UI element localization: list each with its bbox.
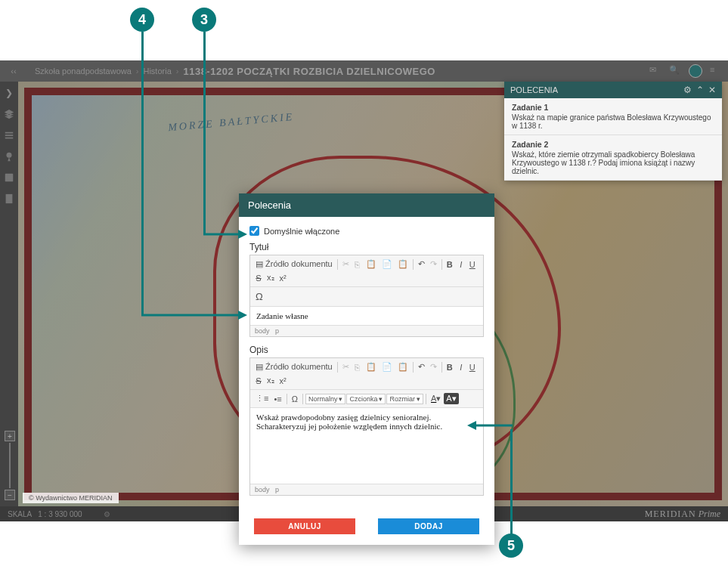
cancel-button[interactable]: ANULUJ [254, 518, 355, 534]
underline-icon[interactable]: U [467, 258, 478, 271]
close-icon[interactable]: ✕ [708, 85, 716, 95]
superscript-icon[interactable]: x² [277, 272, 289, 284]
svg-marker-4 [467, 421, 476, 430]
title-input[interactable]: Zadanie własne [250, 307, 483, 325]
paste-word-icon[interactable]: 📋 [395, 360, 410, 373]
copyright-label: © Wydawnictwo MERIDIAN [23, 493, 119, 503]
doc-icon[interactable] [4, 193, 14, 204]
undo-icon[interactable]: ↶ [416, 258, 427, 271]
numlist-icon[interactable]: ⋮≡ [253, 392, 271, 405]
zoom-out-button[interactable]: − [5, 490, 15, 500]
textcolor-icon[interactable]: A▾ [429, 392, 443, 405]
task-item[interactable]: Zadanie 1 Wskaż na mapie granice państwa… [504, 98, 722, 135]
editor-path: body p [250, 325, 483, 336]
callout-5: 5 [499, 534, 523, 558]
zoom-in-button[interactable]: + [5, 431, 15, 441]
paste-icon[interactable]: 📋 [364, 258, 379, 271]
chevron-right-icon: › [176, 66, 179, 76]
redo-icon[interactable]: ↷ [428, 360, 439, 373]
bold-icon[interactable]: B [445, 258, 455, 271]
size-dropdown[interactable]: Rozmiar ▾ [386, 394, 423, 404]
cut-icon[interactable]: ✂ [340, 258, 352, 271]
gear-icon[interactable]: ⚙ [683, 85, 692, 95]
scale-value: 1 : 3 930 000 [38, 510, 82, 518]
search-icon[interactable]: 🔍 [669, 65, 681, 77]
strike-icon[interactable]: S [253, 272, 264, 284]
editor-toolbar-row2: Ω [250, 287, 483, 307]
subscript-icon[interactable]: x₂ [265, 271, 277, 284]
desc-input[interactable]: Wskaż prawdopodobny zasięg dzielnicy sen… [250, 408, 483, 484]
subscript-icon[interactable]: x₂ [265, 374, 277, 387]
source-button[interactable]: ▤ Źródło dokumentu [253, 360, 335, 373]
paste-word-icon[interactable]: 📋 [395, 258, 410, 271]
back-icon[interactable]: ‹‹ [6, 63, 21, 79]
add-button[interactable]: DODAJ [378, 518, 479, 534]
editor-path: body p [250, 484, 483, 495]
chevron-right-icon: › [136, 66, 139, 76]
breadcrumb-current: 1138-1202 POCZĄTKI ROZBICIA DZIELNICOWEG… [183, 66, 435, 77]
undo-icon[interactable]: ↶ [416, 360, 427, 373]
menu-icon[interactable]: ≡ [710, 65, 722, 77]
title-field-label: Tytuł [249, 242, 484, 252]
editor-toolbar-row2: ⋮≡ •≡ Ω Normalny ▾ Czcionka ▾ Rozmiar ▾ … [250, 390, 483, 408]
checkbox-label: Domyślnie włączone [264, 227, 339, 236]
task-body: Wskaż na mapie granice państwa Bolesława… [512, 113, 714, 130]
callout-3: 3 [192, 8, 216, 32]
svg-marker-1 [238, 311, 247, 320]
collapse-icon[interactable]: ⌃ [696, 85, 704, 95]
brand-prime: Prime [699, 509, 720, 519]
editor-toolbar: ▤ Źródło dokumentu ✂ ⎘ 📋 📄 📋 ↶ ↷ B I U S… [250, 255, 483, 287]
italic-icon[interactable]: I [456, 361, 466, 373]
italic-icon[interactable]: I [456, 258, 466, 271]
modal-header: Polecenia [239, 193, 494, 217]
paste-text-icon[interactable]: 📄 [379, 360, 395, 373]
omega-icon[interactable]: Ω [290, 393, 300, 405]
task-title: Zadanie 2 [512, 140, 714, 149]
desc-editor: ▤ Źródło dokumentu ✂ ⎘ 📋 📄 📋 ↶ ↷ B I U S… [249, 357, 484, 496]
breadcrumb-level2[interactable]: Historia [143, 66, 171, 76]
gear-icon[interactable]: ⚙ [104, 510, 110, 518]
superscript-icon[interactable]: x² [277, 375, 289, 387]
topbar: ‹‹ Szkoła ponadpodstawowa › Historia › 1… [0, 60, 728, 82]
cut-icon[interactable]: ✂ [340, 360, 352, 373]
svg-rect-8 [6, 194, 13, 203]
zoom-slider[interactable] [9, 443, 11, 488]
bold-icon[interactable]: B [445, 361, 455, 373]
expand-icon[interactable]: ❯ [5, 88, 13, 98]
bgcolor-icon[interactable]: A▾ [444, 393, 458, 404]
desc-field-label: Opis [249, 345, 484, 355]
svg-marker-3 [238, 230, 247, 239]
tasks-panel: POLECENIA ⚙ ⌃ ✕ Zadanie 1 Wskaż na mapie… [504, 82, 722, 181]
copy-icon[interactable]: ⎘ [352, 361, 363, 373]
task-title: Zadanie 1 [512, 103, 714, 112]
redo-icon[interactable]: ↷ [428, 258, 439, 271]
panel-header: POLECENIA ⚙ ⌃ ✕ [504, 82, 722, 98]
source-button[interactable]: ▤ Źródło dokumentu [253, 258, 335, 271]
mail-icon[interactable]: ✉ [649, 65, 661, 77]
book-icon[interactable] [4, 172, 14, 183]
chevron-down-icon: ▾ [379, 395, 383, 403]
layers-icon[interactable] [4, 109, 14, 119]
panel-title: POLECENIA [510, 85, 558, 94]
default-enabled-checkbox[interactable]: Domyślnie włączone [249, 226, 484, 236]
underline-icon[interactable]: U [467, 361, 478, 373]
map-sea-label: MORZE BAŁTYCKIE [168, 111, 295, 135]
copy-icon[interactable]: ⎘ [352, 258, 363, 271]
polecenia-modal: Polecenia Domyślnie włączone Tytuł ▤ Źró… [239, 193, 494, 545]
style-dropdown[interactable]: Normalny ▾ [305, 394, 346, 404]
paste-icon[interactable]: 📋 [364, 360, 379, 373]
strike-icon[interactable]: S [253, 375, 264, 387]
list-icon[interactable] [4, 130, 14, 141]
breadcrumb-level1[interactable]: Szkoła ponadpodstawowa [35, 66, 132, 76]
paste-text-icon[interactable]: 📄 [379, 258, 395, 271]
title-editor: ▤ Źródło dokumentu ✂ ⎘ 📋 📄 📋 ↶ ↷ B I U S… [249, 255, 484, 337]
pin-icon[interactable] [4, 151, 14, 162]
svg-point-6 [7, 153, 12, 158]
font-dropdown[interactable]: Czcionka ▾ [346, 394, 386, 404]
omega-icon[interactable]: Ω [253, 289, 265, 304]
checkbox-input[interactable] [249, 226, 259, 236]
task-item[interactable]: Zadanie 2 Wskaż, które ziemie otrzymali … [504, 135, 722, 181]
avatar[interactable] [689, 64, 702, 78]
bulletlist-icon[interactable]: •≡ [271, 393, 283, 405]
zoom-control: + − [5, 431, 15, 500]
